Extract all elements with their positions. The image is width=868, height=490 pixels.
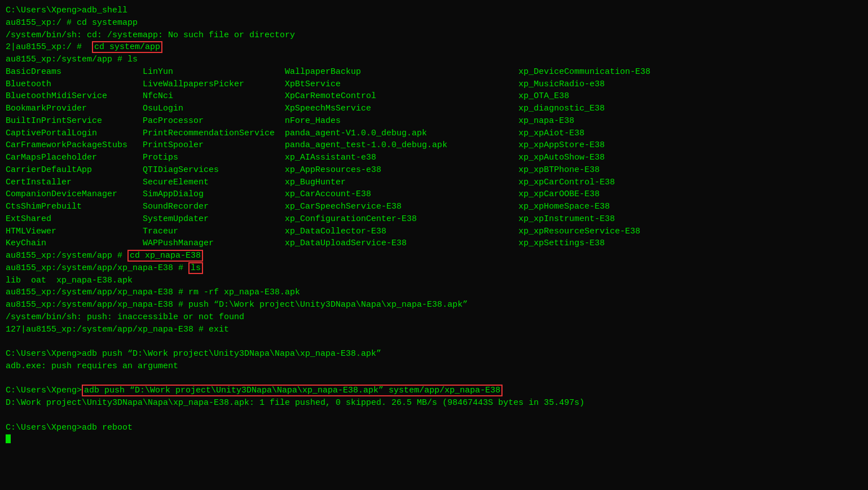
line-15: CertInstaller SecureElement xp_BugHunter… xyxy=(6,176,862,189)
line-1: C:\Users\Xpeng>adb_shell xyxy=(6,5,862,17)
line-32: C:\Users\Xpeng>adb push “D:\Work project… xyxy=(6,385,862,397)
line-14: CarrierDefaultApp QTIDiagServices xp_App… xyxy=(6,164,862,176)
line-13: CarMapsPlaceholder Protips xp_AIAssistan… xyxy=(6,152,862,164)
line-20: KeyChain WAPPushManager xp_DataUploadSer… xyxy=(6,237,862,250)
text-found: found xyxy=(219,312,244,322)
line-31 xyxy=(6,373,862,385)
line-30: adb.exe: push requires an argument xyxy=(6,360,862,373)
line-21: au8155_xp:/system/app # cd xp_napa-E38 xyxy=(6,250,862,262)
line-22: au8155_xp:/system/app/xp_napa-E38 # ls xyxy=(6,262,862,275)
line-24: au8155_xp:/system/app/xp_napa-E38 # rm -… xyxy=(6,286,862,299)
highlight-adb-push-full: adb push “D:\Work project\Unity3DNapa\Na… xyxy=(82,385,503,396)
text-or: or xyxy=(183,312,193,322)
line-5: au8155_xp:/system/app # ls xyxy=(6,54,862,66)
line-11: CaptivePortalLogin PrintRecommendationSe… xyxy=(6,127,862,140)
terminal: C:\Users\Xpeng>adb_shell au8155_xp:/ # c… xyxy=(6,5,862,446)
line-33: D:\Work project\Unity3DNapa\Napa\xp_napa… xyxy=(6,397,862,409)
line-16: CompanionDeviceManager SimAppDialog xp_C… xyxy=(6,188,862,201)
line-23: lib oat xp_napa-E38.apk xyxy=(6,275,862,287)
highlight-cd-xp-napa: cd xp_napa-E38 xyxy=(127,250,203,262)
line-28 xyxy=(6,336,862,348)
line-7: Bluetooth LiveWallpapersPicker XpBtServi… xyxy=(6,78,862,91)
line-36: █ xyxy=(6,434,862,446)
line-17: CtsShimPrebuilt SoundRecorder xp_CarSpee… xyxy=(6,201,862,213)
line-4: 2|au8155_xp:/ # cd system/app xyxy=(6,41,862,54)
line-34 xyxy=(6,409,862,422)
line-27: 127|au8155_xp:/system/app/xp_napa-E38 # … xyxy=(6,324,862,336)
line-26: /system/bin/sh: push: inaccessible or no… xyxy=(6,311,862,324)
line-3: /system/bin/sh: cd: /systemapp: No such … xyxy=(6,29,862,42)
line-2: au8155_xp:/ # cd systemapp xyxy=(6,17,862,29)
line-10: BuiltInPrintService PacProcessor nFore_H… xyxy=(6,115,862,127)
line-29: C:\Users\Xpeng>adb push “D:\Work project… xyxy=(6,348,862,360)
line-8: BluetoothMidiService NfcNci XpCarRemoteC… xyxy=(6,90,862,103)
line-25: au8155_xp:/system/app/xp_napa-E38 # push… xyxy=(6,299,862,311)
line-9: BookmarkProvider OsuLogin XpSpeechMsServ… xyxy=(6,103,862,115)
highlight-ls: ls xyxy=(188,262,203,274)
highlight-cd-system-app: cd system/app xyxy=(92,41,162,53)
line-18: ExtShared SystemUpdater xp_Configuration… xyxy=(6,213,862,226)
line-6: BasicDreams LinYun WallpaperBackup xp_De… xyxy=(6,66,862,78)
line-35: C:\Users\Xpeng>adb reboot xyxy=(6,422,862,434)
line-19: HTMLViewer Traceur xp_DataCollector-E38 … xyxy=(6,226,862,238)
line-12: CarFrameworkPackageStubs PrintSpooler pa… xyxy=(6,139,862,152)
